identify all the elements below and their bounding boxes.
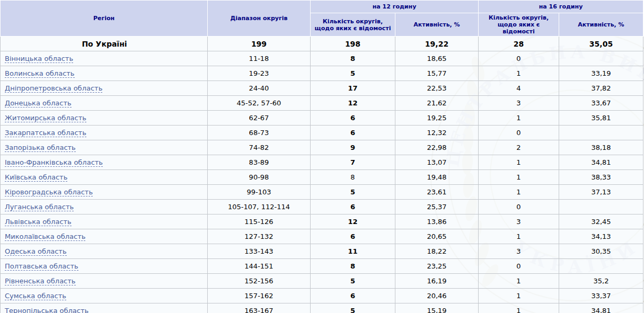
activity12-cell: 19,48 (395, 170, 479, 185)
table-row: Рівненська область152-156516,19135,2 (1, 274, 643, 289)
summary-region-cell: По Україні (1, 37, 208, 51)
region-cell: Закарпатська область (1, 126, 208, 140)
turnout-table: Регіон Діапазон округів на 12 годину на … (0, 0, 643, 313)
region-link[interactable]: Житомирська область (5, 114, 86, 122)
region-link[interactable]: Луганська область (5, 203, 74, 211)
count16-cell: 0 (479, 200, 559, 214)
count12-cell: 6 (311, 200, 395, 214)
activity16-cell: 30,35 (559, 244, 643, 259)
range-cell: 83-89 (208, 155, 311, 170)
count16-cell: 0 (479, 259, 559, 274)
table-row: Івано-Франківська область83-89713,07134,… (1, 155, 643, 170)
count12-cell: 17 (311, 81, 395, 96)
region-cell: Одеська область (1, 244, 208, 259)
region-link[interactable]: Тернопільська область (5, 307, 89, 313)
range-cell: 24-40 (208, 81, 311, 96)
region-link[interactable]: Запорізька область (5, 144, 76, 152)
count16-cell: 2 (479, 140, 559, 155)
count12-cell: 12 (311, 96, 395, 111)
count16-cell: 1 (479, 289, 559, 303)
region-link[interactable]: Вінницька область (5, 55, 73, 63)
activity12-cell: 25,37 (395, 200, 479, 214)
region-link[interactable]: Сумська область (5, 292, 66, 300)
activity16-cell: 33,67 (559, 96, 643, 111)
region-cell: Дніпропетровська область (1, 81, 208, 96)
count12-cell: 7 (311, 155, 395, 170)
activity12-cell: 22,98 (395, 140, 479, 155)
count16-cell: 1 (479, 170, 559, 185)
count12-cell: 8 (311, 170, 395, 185)
activity12-cell: 21,62 (395, 96, 479, 111)
region-link[interactable]: Львівська область (5, 218, 72, 226)
activity16-cell: 37,82 (559, 81, 643, 96)
count16-cell: 1 (479, 303, 559, 313)
activity12-cell: 23,61 (395, 185, 479, 200)
region-link[interactable]: Рівненська область (5, 277, 76, 285)
region-cell: Запорізька область (1, 140, 208, 155)
count16-cell: 3 (479, 214, 559, 229)
region-cell: Полтавська область (1, 259, 208, 274)
activity12-cell: 18,22 (395, 244, 479, 259)
range-cell: 115-126 (208, 214, 311, 229)
region-link[interactable]: Донецька область (5, 99, 72, 108)
table-row: Сумська область157-162620,46133,37 (1, 289, 643, 303)
table-row: Полтавська область144-151823,250 (1, 259, 643, 274)
activity16-cell (559, 200, 643, 214)
region-cell: Луганська область (1, 200, 208, 214)
count12-cell: 5 (311, 303, 395, 313)
region-link[interactable]: Волинська область (5, 69, 75, 78)
range-cell: 11-18 (208, 51, 311, 66)
region-cell: Кіровоградська область (1, 185, 208, 200)
activity16-cell: 34,81 (559, 303, 643, 313)
activity16-cell: 38,18 (559, 140, 643, 155)
region-link[interactable]: Київська область (5, 173, 67, 182)
activity16-cell: 32,45 (559, 214, 643, 229)
count12-cell: 8 (311, 51, 395, 66)
region-cell: Львівська область (1, 214, 208, 229)
table-header: Регіон Діапазон округів на 12 годину на … (1, 1, 643, 37)
table-row: Дніпропетровська область24-401722,53437,… (1, 81, 643, 96)
activity16-cell: 37,13 (559, 185, 643, 200)
activity16-cell (559, 51, 643, 66)
region-link[interactable]: Кіровоградська область (5, 188, 93, 196)
summary-activity12-cell: 19,22 (395, 37, 479, 51)
range-cell: 68-73 (208, 126, 311, 140)
region-link[interactable]: Дніпропетровська область (5, 84, 102, 93)
activity16-cell: 34,81 (559, 155, 643, 170)
region-link[interactable]: Одеська область (5, 247, 67, 256)
range-cell: 19-23 (208, 66, 311, 81)
region-link[interactable]: Полтавська область (5, 262, 78, 271)
table-row: Київська область90-98819,48138,33 (1, 170, 643, 185)
table-row: Запорізька область74-82922,98238,18 (1, 140, 643, 155)
count16-cell: 1 (479, 185, 559, 200)
count-column-header-16h: Кількість округів, щодо яких є відомості (479, 13, 559, 37)
count12-cell: 9 (311, 140, 395, 155)
count12-cell: 8 (311, 259, 395, 274)
region-link[interactable]: Миколаївська область (5, 232, 85, 241)
table-row: Миколаївська область127-132620,65134,13 (1, 229, 643, 244)
table-body: По Україні 199 198 19,22 28 35,05 Вінниц… (1, 37, 643, 313)
region-column-header: Регіон (1, 1, 208, 37)
turnout-report-page: ЦЕНТРАЛЬНА ВИБОРЧА КОМІСІЯ УКРАЇНИ Регіо… (0, 0, 644, 313)
range-cell: 152-156 (208, 274, 311, 289)
count12-cell: 6 (311, 289, 395, 303)
table-row: Кіровоградська область99-103523,61137,13 (1, 185, 643, 200)
count12-cell: 11 (311, 244, 395, 259)
activity16-cell: 33,19 (559, 66, 643, 81)
range-cell: 133-143 (208, 244, 311, 259)
count16-cell: 1 (479, 229, 559, 244)
range-cell: 163-167 (208, 303, 311, 313)
activity12-cell: 15,77 (395, 66, 479, 81)
count16-cell: 0 (479, 126, 559, 140)
activity12-cell: 18,65 (395, 51, 479, 66)
range-cell: 127-132 (208, 229, 311, 244)
activity12-cell: 19,25 (395, 111, 479, 126)
table-row: Львівська область115-1261213,86332,45 (1, 214, 643, 229)
activity16-cell: 35,2 (559, 274, 643, 289)
activity12-cell: 13,86 (395, 214, 479, 229)
activity12-cell: 12,32 (395, 126, 479, 140)
region-link[interactable]: Івано-Франківська область (5, 158, 103, 167)
region-link[interactable]: Закарпатська область (5, 129, 86, 137)
region-cell: Сумська область (1, 289, 208, 303)
table-row: Тернопільська область163-167515,19134,81 (1, 303, 643, 313)
